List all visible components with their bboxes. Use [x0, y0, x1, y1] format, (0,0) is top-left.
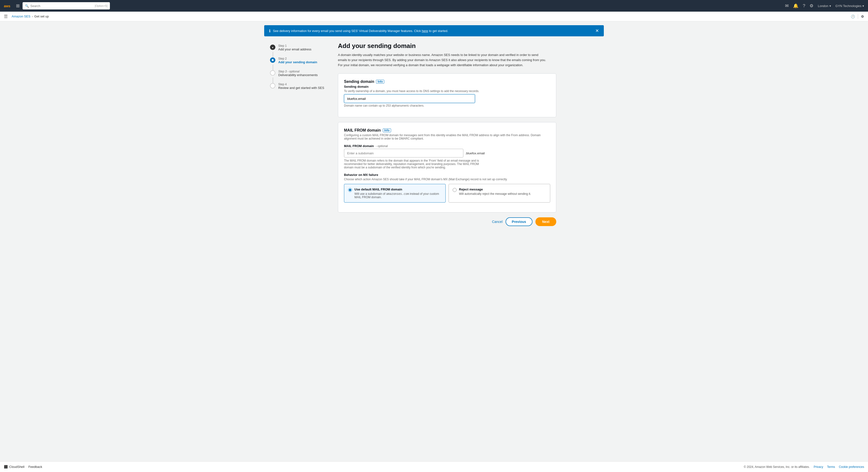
- step-1: Step 1 Add your email address: [270, 42, 328, 53]
- step-2-circle: [270, 58, 275, 63]
- sending-domain-hint: Domain name can contain up to 253 alphan…: [344, 104, 550, 107]
- feedback-button[interactable]: Feedback: [28, 465, 42, 469]
- privacy-link[interactable]: Privacy: [814, 465, 823, 469]
- region-label: London: [818, 4, 828, 8]
- behavior-title: Behavior on MX failure: [344, 173, 550, 177]
- search-icon: 🔍: [25, 4, 29, 8]
- use-default-desc: Will use a subdomain of amazonses.com in…: [354, 192, 441, 199]
- top-navigation: aws ⊞ 🔍 [Option+S] ✉ 🔔 ? ⚙ London ▾ GYN …: [0, 0, 868, 12]
- step-2-label: Step 2: [278, 57, 328, 60]
- reject-message-title: Reject message: [459, 188, 531, 191]
- steps-sidebar: Step 1 Add your email address Step 2 Add…: [270, 36, 328, 456]
- account-chevron: ▾: [862, 4, 864, 8]
- step-1-label: Step 1: [278, 44, 328, 47]
- step-1-text: Step 1 Add your email address: [278, 44, 328, 51]
- use-default-title: Use default MAIL FROM domain: [354, 188, 441, 191]
- subdomain-wrapper: .bluefox.email: [344, 149, 485, 158]
- info-icon: ℹ: [269, 29, 271, 33]
- breadcrumb-current: Get set up: [34, 14, 49, 18]
- cloudshell-icon: ⬛: [4, 465, 8, 469]
- bell-icon[interactable]: 🔔: [793, 3, 798, 8]
- step-2: Step 2 Add your sending domain: [270, 55, 328, 66]
- cloudshell-label: CloudShell: [9, 465, 25, 469]
- page-description: A domain identity usually matches your w…: [338, 53, 547, 68]
- secondary-nav-icons: 🕐 ⚙: [851, 14, 864, 19]
- hamburger-icon[interactable]: ☰: [4, 14, 8, 19]
- reject-message-content: Reject message Will automatically reject…: [459, 188, 531, 196]
- search-input[interactable]: [30, 4, 93, 8]
- content-area: Add your sending domain A domain identit…: [328, 36, 598, 456]
- step-3-title: Deliverability enhancements: [278, 73, 328, 77]
- step-3: Step 3 - optional Deliverability enhance…: [270, 68, 328, 79]
- step-4-title: Review and get started with SES: [278, 86, 328, 90]
- step-3-circle: [270, 70, 275, 76]
- step-3-text: Step 3 - optional Deliverability enhance…: [278, 70, 328, 77]
- sending-domain-input[interactable]: [344, 94, 475, 103]
- cloudshell-button[interactable]: ⬛ CloudShell: [4, 465, 25, 469]
- breadcrumb-parent[interactable]: Amazon SES: [12, 14, 30, 18]
- account-selector[interactable]: GYN Technologies ▾: [836, 4, 864, 8]
- settings-2-icon[interactable]: ⚙: [861, 14, 864, 19]
- mail-from-optional: - optional: [376, 144, 388, 148]
- nav-icons: ✉ 🔔 ? ⚙ London ▾ GYN Technologies ▾: [785, 3, 864, 8]
- footer-actions: Cancel Previous Next: [338, 217, 556, 226]
- sending-domain-field: Sending domain To verify ownership of a …: [344, 85, 550, 107]
- step-4: Step 4 Review and get started with SES: [270, 81, 328, 92]
- aws-logo[interactable]: aws: [4, 3, 13, 9]
- step-3-label: Step 3 - optional: [278, 70, 328, 73]
- radio-options: Use default MAIL FROM domain Will use a …: [344, 184, 550, 203]
- behavior-group: Behavior on MX failure Choose which acti…: [344, 173, 550, 203]
- alert-text: See delivery information for every email…: [273, 29, 593, 33]
- sending-domain-card-title: Sending domain Info: [344, 79, 550, 84]
- page-title: Add your sending domain: [338, 42, 598, 50]
- sending-domain-card: Sending domain Info Sending domain To ve…: [338, 73, 556, 117]
- footer-bar: ⬛ CloudShell Feedback © 2024, Amazon Web…: [0, 461, 868, 472]
- breadcrumb-separator: ›: [32, 15, 33, 18]
- alert-wrapper: ℹ See delivery information for every ema…: [0, 21, 868, 36]
- settings-icon[interactable]: ⚙: [809, 3, 813, 8]
- region-selector[interactable]: London ▾: [818, 4, 831, 8]
- help-icon[interactable]: ?: [803, 3, 805, 8]
- search-bar[interactable]: 🔍 [Option+S]: [23, 2, 110, 9]
- step-1-title: Add your email address: [278, 47, 328, 51]
- use-default-radio[interactable]: [348, 188, 352, 192]
- main-layout: Step 1 Add your email address Step 2 Add…: [264, 36, 604, 461]
- next-button[interactable]: Next: [535, 217, 556, 226]
- footer-links: © 2024, Amazon Web Services, Inc. or its…: [744, 465, 864, 469]
- grid-icon[interactable]: ⊞: [16, 3, 20, 8]
- alert-link[interactable]: here: [422, 29, 428, 33]
- mail-from-card-title: MAIL FROM domain Info: [344, 128, 550, 133]
- step-4-label: Step 4: [278, 82, 328, 86]
- alert-banner: ℹ See delivery information for every ema…: [264, 25, 604, 36]
- mail-from-field: MAIL FROM domain - optional .bluefox.ema…: [344, 144, 550, 169]
- domain-suffix: .bluefox.email: [465, 151, 485, 155]
- reject-message-radio[interactable]: [453, 188, 457, 192]
- previous-button[interactable]: Previous: [505, 217, 532, 226]
- terms-link[interactable]: Terms: [827, 465, 835, 469]
- mail-from-info[interactable]: Info: [383, 128, 391, 132]
- subdomain-input[interactable]: [344, 149, 463, 158]
- clock-icon[interactable]: 🕐: [851, 14, 855, 19]
- alert-close-button[interactable]: ✕: [595, 28, 599, 33]
- step-1-circle: [270, 44, 275, 50]
- mail-icon[interactable]: ✉: [785, 3, 789, 8]
- step-4-text: Step 4 Review and get started with SES: [278, 82, 328, 90]
- cookie-link[interactable]: Cookie preferences: [839, 465, 864, 469]
- mail-from-description: Configuring a custom MAIL FROM domain fo…: [344, 134, 550, 140]
- breadcrumb: Amazon SES › Get set up: [12, 14, 49, 18]
- reject-message-desc: Will automatically reject the message wi…: [459, 192, 531, 196]
- region-chevron: ▾: [830, 4, 831, 8]
- step-2-text: Step 2 Add your sending domain: [278, 57, 328, 64]
- sending-domain-desc: To verify ownership of a domain, you mus…: [344, 90, 550, 93]
- use-default-option[interactable]: Use default MAIL FROM domain Will use a …: [344, 184, 446, 203]
- sending-domain-info[interactable]: Info: [376, 80, 384, 83]
- cancel-button[interactable]: Cancel: [492, 220, 503, 224]
- mail-from-hint: The MAIL FROM domain refers to the domai…: [344, 159, 485, 169]
- step-2-title: Add your sending domain: [278, 60, 328, 64]
- secondary-nav: ☰ Amazon SES › Get set up 🕐 ⚙: [0, 12, 868, 21]
- feedback-label: Feedback: [28, 465, 42, 469]
- reject-message-option[interactable]: Reject message Will automatically reject…: [448, 184, 550, 203]
- mail-from-label: MAIL FROM domain - optional: [344, 144, 550, 148]
- account-label: GYN Technologies: [836, 4, 862, 8]
- search-shortcut: [Option+S]: [95, 4, 107, 7]
